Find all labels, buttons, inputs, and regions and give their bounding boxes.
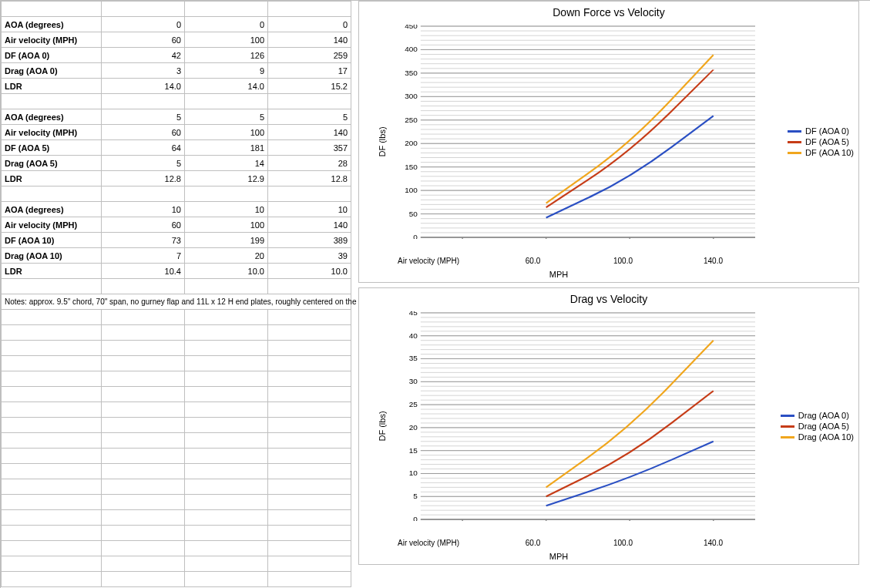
cell[interactable] (102, 510, 185, 526)
cell[interactable]: 14.0 (185, 79, 268, 94)
cell[interactable]: 10 (102, 202, 185, 217)
cell[interactable] (2, 279, 102, 294)
cell[interactable]: 73 (102, 233, 185, 248)
cell[interactable] (185, 526, 268, 541)
cell[interactable]: 357 (268, 140, 351, 156)
cell[interactable] (2, 526, 102, 541)
cell[interactable]: 10 (268, 202, 351, 217)
cell[interactable] (268, 371, 351, 387)
cell[interactable] (268, 526, 351, 541)
cell[interactable] (102, 341, 185, 356)
cell[interactable]: 20 (185, 248, 268, 264)
cell[interactable]: 60 (102, 125, 185, 140)
cell[interactable] (102, 526, 185, 541)
cell[interactable] (268, 479, 351, 495)
cell[interactable] (185, 325, 268, 341)
cell[interactable] (185, 464, 268, 479)
cell[interactable]: AOA (degrees) (2, 109, 102, 125)
cell[interactable] (102, 310, 185, 325)
cell[interactable]: 140 (268, 32, 351, 48)
cell[interactable] (2, 433, 102, 449)
cell[interactable] (268, 325, 351, 341)
cell[interactable] (268, 387, 351, 402)
cell[interactable]: 28 (268, 156, 351, 171)
cell[interactable]: AOA (degrees) (2, 17, 102, 32)
cell[interactable] (2, 356, 102, 371)
cell[interactable] (2, 418, 102, 433)
cell[interactable]: 181 (185, 140, 268, 156)
cell[interactable] (268, 402, 351, 418)
cell[interactable]: 60 (102, 32, 185, 48)
cell[interactable] (2, 556, 102, 572)
cell[interactable] (185, 186, 268, 202)
cell[interactable] (102, 495, 185, 510)
cell[interactable] (185, 341, 268, 356)
cell[interactable] (2, 510, 102, 526)
cell[interactable]: 5 (268, 109, 351, 125)
cell[interactable]: 10.4 (102, 264, 185, 279)
cell[interactable] (102, 402, 185, 418)
cell[interactable] (2, 341, 102, 356)
cell[interactable] (185, 310, 268, 325)
cell[interactable] (102, 479, 185, 495)
cell[interactable] (268, 510, 351, 526)
cell[interactable]: 14.0 (102, 79, 185, 94)
cell[interactable]: 199 (185, 233, 268, 248)
cell[interactable]: 0 (268, 17, 351, 32)
cell[interactable] (268, 94, 351, 109)
cell[interactable]: 10.0 (268, 264, 351, 279)
cell[interactable]: 60 (102, 217, 185, 233)
cell[interactable] (2, 479, 102, 495)
cell[interactable]: Air velocity (MPH) (2, 217, 102, 233)
cell[interactable] (102, 418, 185, 433)
cell[interactable] (2, 464, 102, 479)
cell[interactable] (102, 464, 185, 479)
cell[interactable] (2, 402, 102, 418)
cell[interactable]: Drag (AOA 10) (2, 248, 102, 264)
cell[interactable] (185, 356, 268, 371)
cell[interactable] (2, 371, 102, 387)
cell[interactable] (2, 541, 102, 556)
cell[interactable] (185, 402, 268, 418)
cell[interactable] (185, 556, 268, 572)
cell[interactable]: 100 (185, 125, 268, 140)
cell[interactable] (102, 387, 185, 402)
cell[interactable]: 0 (185, 17, 268, 32)
cell[interactable] (268, 418, 351, 433)
cell[interactable] (102, 449, 185, 464)
cell[interactable] (185, 418, 268, 433)
cell[interactable] (268, 572, 351, 587)
cell[interactable]: Air velocity (MPH) (2, 32, 102, 48)
cell[interactable] (268, 356, 351, 371)
cell[interactable] (2, 186, 102, 202)
cell[interactable]: 12.8 (268, 171, 351, 186)
cell[interactable] (268, 341, 351, 356)
cell[interactable] (102, 325, 185, 341)
cell[interactable] (102, 279, 185, 294)
data-grid[interactable]: AOA (degrees)000Air velocity (MPH)601001… (1, 1, 351, 587)
cell[interactable] (2, 495, 102, 510)
cell[interactable] (102, 371, 185, 387)
cell[interactable]: 5 (102, 156, 185, 171)
cell[interactable] (102, 94, 185, 109)
cell[interactable] (2, 387, 102, 402)
cell[interactable] (268, 310, 351, 325)
cell[interactable]: 5 (102, 109, 185, 125)
cell[interactable]: 7 (102, 248, 185, 264)
cell[interactable] (2, 94, 102, 109)
cell[interactable] (268, 495, 351, 510)
cell[interactable]: 15.2 (268, 79, 351, 94)
cell[interactable] (268, 449, 351, 464)
cell[interactable]: 5 (185, 109, 268, 125)
cell[interactable]: 14 (185, 156, 268, 171)
cell[interactable] (102, 186, 185, 202)
cell[interactable]: 0 (102, 17, 185, 32)
cell[interactable] (185, 449, 268, 464)
cell[interactable]: 126 (185, 48, 268, 63)
cell[interactable]: 17 (268, 63, 351, 79)
cell[interactable] (102, 556, 185, 572)
cell[interactable] (185, 479, 268, 495)
cell[interactable] (102, 2, 185, 17)
cell[interactable] (102, 541, 185, 556)
cell[interactable]: Air velocity (MPH) (2, 125, 102, 140)
